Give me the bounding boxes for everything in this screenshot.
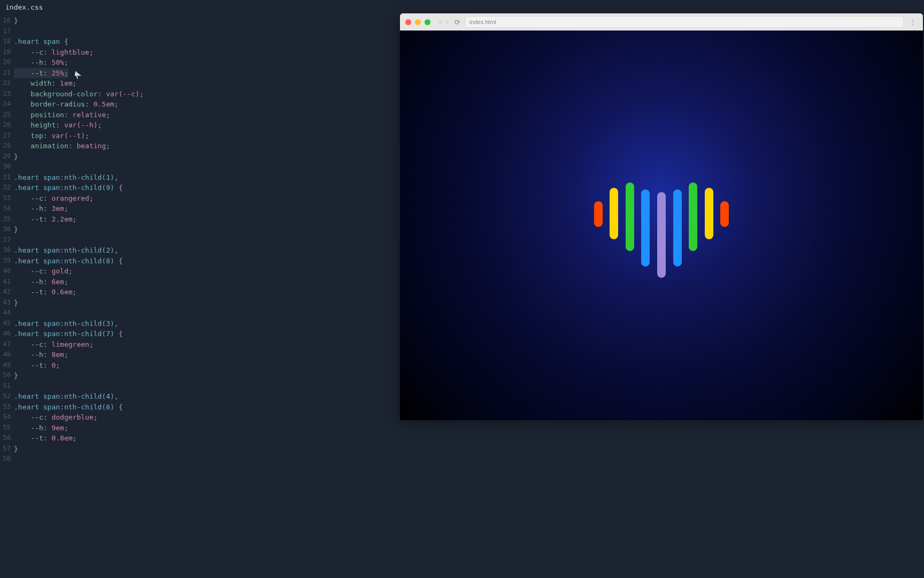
back-button[interactable]: ‹ <box>438 18 442 26</box>
preview-pane: ‹ › ⟳ index.html ⋮ <box>399 0 924 578</box>
forward-button[interactable]: › <box>444 18 449 26</box>
heart-bar <box>594 201 603 227</box>
heart-bar <box>610 188 618 239</box>
browser-window: ‹ › ⟳ index.html ⋮ <box>400 13 923 420</box>
line-gutter: 1617181920212223242526272829303132333435… <box>0 14 14 578</box>
heart-bar <box>689 182 697 251</box>
heart-bar <box>720 201 729 227</box>
heart-bar <box>626 182 634 251</box>
heart-bar <box>673 189 682 267</box>
reload-button[interactable]: ⟳ <box>455 18 460 26</box>
browser-chrome: ‹ › ⟳ index.html ⋮ <box>400 13 923 31</box>
minimize-icon[interactable] <box>415 19 421 25</box>
heart-graphic <box>594 174 729 277</box>
heart-bar <box>641 189 650 267</box>
address-bar[interactable]: index.html <box>465 16 904 28</box>
menu-dots-icon[interactable]: ⋮ <box>908 18 918 26</box>
file-tab[interactable]: index.css <box>1 1 47 13</box>
editor-pane: index.css 161718192021222324252627282930… <box>0 0 399 578</box>
nav-arrows: ‹ › <box>438 18 449 26</box>
heart-bar <box>705 188 713 239</box>
address-text: index.html <box>469 19 496 25</box>
maximize-icon[interactable] <box>425 19 430 25</box>
rendered-page <box>400 31 923 420</box>
tab-bar: index.css <box>0 0 399 14</box>
code-content[interactable]: } .heart span { --c: lightblue; --h: 50%… <box>14 14 399 578</box>
heart-bar <box>657 192 666 278</box>
code-area[interactable]: 1617181920212223242526272829303132333435… <box>0 14 399 578</box>
close-icon[interactable] <box>405 19 411 25</box>
traffic-lights <box>405 19 430 25</box>
